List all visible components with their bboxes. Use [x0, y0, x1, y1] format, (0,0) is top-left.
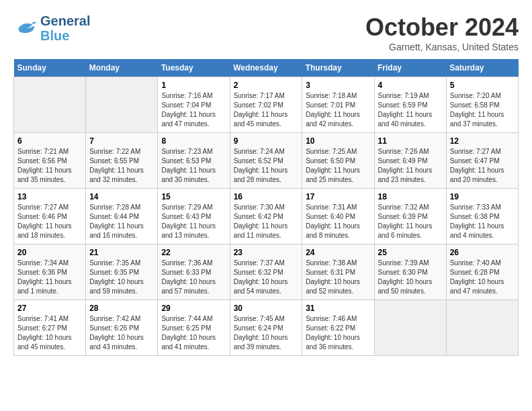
day-number: 11: [378, 136, 443, 146]
calendar-cell: 5Sunrise: 7:20 AMSunset: 6:58 PMDaylight…: [446, 77, 518, 133]
week-row-3: 13Sunrise: 7:27 AMSunset: 6:46 PMDayligh…: [14, 189, 519, 244]
week-row-5: 27Sunrise: 7:41 AMSunset: 6:27 PMDayligh…: [14, 300, 519, 356]
day-info: Sunrise: 7:16 AMSunset: 7:04 PMDaylight:…: [161, 91, 226, 129]
day-info: Sunrise: 7:21 AMSunset: 6:56 PMDaylight:…: [17, 147, 82, 185]
calendar-cell: 20Sunrise: 7:34 AMSunset: 6:36 PMDayligh…: [14, 244, 86, 300]
day-number: 13: [17, 192, 82, 201]
header-row: SundayMondayTuesdayWednesdayThursdayFrid…: [14, 59, 519, 77]
day-info: Sunrise: 7:23 AMSunset: 6:53 PMDaylight:…: [161, 147, 226, 185]
day-info: Sunrise: 7:34 AMSunset: 6:36 PMDaylight:…: [17, 259, 82, 296]
calendar-cell: 3Sunrise: 7:18 AMSunset: 7:01 PMDaylight…: [302, 77, 374, 133]
calendar-cell: 8Sunrise: 7:23 AMSunset: 6:53 PMDaylight…: [158, 133, 230, 189]
day-info: Sunrise: 7:46 AMSunset: 6:22 PMDaylight:…: [306, 314, 370, 352]
calendar-cell: 10Sunrise: 7:25 AMSunset: 6:50 PMDayligh…: [302, 133, 374, 189]
day-info: Sunrise: 7:32 AMSunset: 6:39 PMDaylight:…: [378, 203, 443, 240]
calendar-cell: [14, 77, 86, 133]
day-info: Sunrise: 7:26 AMSunset: 6:49 PMDaylight:…: [378, 147, 443, 185]
day-info: Sunrise: 7:39 AMSunset: 6:30 PMDaylight:…: [378, 259, 443, 296]
calendar-cell: 7Sunrise: 7:22 AMSunset: 6:55 PMDaylight…: [86, 133, 158, 189]
week-row-4: 20Sunrise: 7:34 AMSunset: 6:36 PMDayligh…: [14, 244, 519, 300]
day-info: Sunrise: 7:27 AMSunset: 6:46 PMDaylight:…: [17, 203, 82, 240]
calendar-cell: 22Sunrise: 7:36 AMSunset: 6:33 PMDayligh…: [158, 244, 230, 300]
day-info: Sunrise: 7:25 AMSunset: 6:50 PMDaylight:…: [306, 147, 370, 185]
calendar-cell: 13Sunrise: 7:27 AMSunset: 6:46 PMDayligh…: [14, 189, 86, 244]
day-info: Sunrise: 7:35 AMSunset: 6:35 PMDaylight:…: [89, 259, 154, 296]
day-info: Sunrise: 7:22 AMSunset: 6:55 PMDaylight:…: [89, 147, 154, 185]
calendar-cell: 28Sunrise: 7:42 AMSunset: 6:26 PMDayligh…: [86, 300, 158, 356]
page-header: General Blue October 2024 Garnett, Kansa…: [13, 13, 519, 52]
day-number: 1: [161, 81, 226, 90]
day-number: 2: [234, 81, 299, 90]
day-number: 22: [161, 248, 226, 257]
calendar-cell: 21Sunrise: 7:35 AMSunset: 6:35 PMDayligh…: [86, 244, 158, 300]
day-info: Sunrise: 7:28 AMSunset: 6:44 PMDaylight:…: [89, 203, 154, 240]
logo-blue: Blue: [40, 28, 90, 43]
day-number: 21: [89, 248, 154, 257]
calendar-cell: 31Sunrise: 7:46 AMSunset: 6:22 PMDayligh…: [302, 300, 374, 356]
day-info: Sunrise: 7:17 AMSunset: 7:02 PMDaylight:…: [234, 91, 299, 129]
calendar-cell: 16Sunrise: 7:30 AMSunset: 6:42 PMDayligh…: [230, 189, 302, 244]
day-info: Sunrise: 7:29 AMSunset: 6:43 PMDaylight:…: [161, 203, 226, 240]
location: Garnett, Kansas, United States: [365, 42, 519, 52]
calendar-cell: 2Sunrise: 7:17 AMSunset: 7:02 PMDaylight…: [230, 77, 302, 133]
logo-general: General: [40, 13, 90, 28]
day-info: Sunrise: 7:20 AMSunset: 6:58 PMDaylight:…: [450, 91, 515, 129]
day-info: Sunrise: 7:40 AMSunset: 6:28 PMDaylight:…: [450, 259, 515, 296]
col-header-wednesday: Wednesday: [230, 59, 302, 77]
calendar-cell: [86, 77, 158, 133]
day-info: Sunrise: 7:36 AMSunset: 6:33 PMDaylight:…: [161, 259, 226, 296]
month-title: October 2024: [365, 13, 519, 42]
calendar-cell: 25Sunrise: 7:39 AMSunset: 6:30 PMDayligh…: [374, 244, 446, 300]
day-number: 19: [450, 192, 515, 201]
calendar-cell: 9Sunrise: 7:24 AMSunset: 6:52 PMDaylight…: [230, 133, 302, 189]
day-number: 28: [89, 304, 154, 313]
day-number: 31: [306, 304, 370, 313]
day-number: 12: [450, 136, 515, 146]
logo: General Blue: [13, 13, 90, 43]
day-number: 10: [306, 136, 370, 146]
day-number: 14: [89, 192, 154, 201]
day-number: 26: [450, 248, 515, 257]
day-number: 23: [234, 248, 299, 257]
calendar-cell: 19Sunrise: 7:33 AMSunset: 6:38 PMDayligh…: [446, 189, 518, 244]
day-info: Sunrise: 7:37 AMSunset: 6:32 PMDaylight:…: [234, 259, 299, 296]
day-number: 7: [89, 136, 154, 146]
day-info: Sunrise: 7:42 AMSunset: 6:26 PMDaylight:…: [89, 314, 154, 352]
day-number: 15: [161, 192, 226, 201]
day-number: 5: [450, 81, 515, 90]
calendar-cell: 30Sunrise: 7:45 AMSunset: 6:24 PMDayligh…: [230, 300, 302, 356]
week-row-1: 1Sunrise: 7:16 AMSunset: 7:04 PMDaylight…: [14, 77, 519, 133]
col-header-friday: Friday: [374, 59, 446, 77]
calendar-cell: 27Sunrise: 7:41 AMSunset: 6:27 PMDayligh…: [14, 300, 86, 356]
calendar-cell: 14Sunrise: 7:28 AMSunset: 6:44 PMDayligh…: [86, 189, 158, 244]
day-number: 4: [378, 81, 443, 90]
calendar-cell: 6Sunrise: 7:21 AMSunset: 6:56 PMDaylight…: [14, 133, 86, 189]
col-header-tuesday: Tuesday: [158, 59, 230, 77]
calendar-cell: 12Sunrise: 7:27 AMSunset: 6:47 PMDayligh…: [446, 133, 518, 189]
day-info: Sunrise: 7:45 AMSunset: 6:24 PMDaylight:…: [234, 314, 299, 352]
calendar-cell: 23Sunrise: 7:37 AMSunset: 6:32 PMDayligh…: [230, 244, 302, 300]
day-info: Sunrise: 7:44 AMSunset: 6:25 PMDaylight:…: [161, 314, 226, 352]
day-info: Sunrise: 7:27 AMSunset: 6:47 PMDaylight:…: [450, 147, 515, 185]
day-info: Sunrise: 7:41 AMSunset: 6:27 PMDaylight:…: [17, 314, 82, 352]
calendar-cell: [374, 300, 446, 356]
day-number: 20: [17, 248, 82, 257]
day-info: Sunrise: 7:31 AMSunset: 6:40 PMDaylight:…: [306, 203, 370, 240]
week-row-2: 6Sunrise: 7:21 AMSunset: 6:56 PMDaylight…: [14, 133, 519, 189]
day-number: 3: [306, 81, 370, 90]
day-info: Sunrise: 7:38 AMSunset: 6:31 PMDaylight:…: [306, 259, 370, 296]
calendar-cell: 11Sunrise: 7:26 AMSunset: 6:49 PMDayligh…: [374, 133, 446, 189]
calendar-cell: 24Sunrise: 7:38 AMSunset: 6:31 PMDayligh…: [302, 244, 374, 300]
col-header-saturday: Saturday: [446, 59, 518, 77]
day-info: Sunrise: 7:19 AMSunset: 6:59 PMDaylight:…: [378, 91, 443, 129]
calendar-cell: [446, 300, 518, 356]
day-number: 25: [378, 248, 443, 257]
logo-bird-icon: [13, 16, 38, 40]
calendar-cell: 29Sunrise: 7:44 AMSunset: 6:25 PMDayligh…: [158, 300, 230, 356]
day-number: 8: [161, 136, 226, 146]
col-header-monday: Monday: [86, 59, 158, 77]
calendar-cell: 18Sunrise: 7:32 AMSunset: 6:39 PMDayligh…: [374, 189, 446, 244]
title-area: October 2024 Garnett, Kansas, United Sta…: [365, 13, 519, 52]
day-number: 30: [234, 304, 299, 313]
calendar-cell: 1Sunrise: 7:16 AMSunset: 7:04 PMDaylight…: [158, 77, 230, 133]
